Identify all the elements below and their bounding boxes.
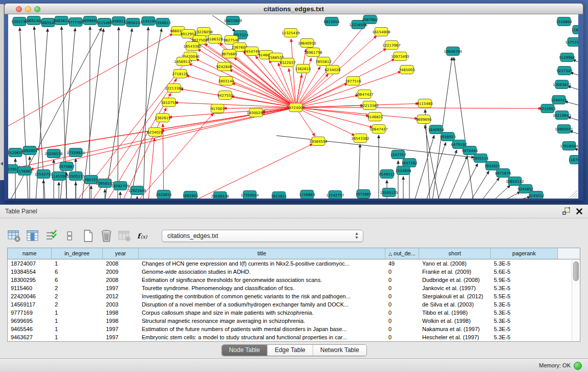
cell-pagerank[interactable]: 5.3E-5 (491, 259, 558, 268)
cell-title[interactable]: Investigating the contribution of common… (139, 292, 385, 300)
cell-year[interactable]: 1997 (103, 325, 139, 333)
cell-name[interactable]: 9777169 (8, 309, 52, 317)
graph-node[interactable]: 7485003 (399, 65, 415, 74)
citation-edge[interactable] (138, 113, 213, 199)
citation-edge[interactable] (493, 185, 510, 199)
splitter-collapse-icon[interactable] (1, 162, 3, 166)
cell-out_de[interactable]: 0 (385, 292, 419, 300)
float-panel-button[interactable] (562, 207, 571, 215)
graph-node[interactable]: 1510804 (556, 17, 572, 26)
cell-short[interactable]: Wolkin et al. (1998) (419, 317, 491, 325)
graph-node[interactable]: 1156863 (16, 167, 32, 176)
cell-short[interactable]: de Silva et al. (2003) (419, 300, 491, 309)
graph-node[interactable]: 9875685 (221, 50, 237, 58)
graph-node[interactable]: 1975887 (58, 162, 74, 171)
cell-short[interactable]: Tibbo et al. (1998) (419, 309, 491, 317)
citation-edge[interactable] (148, 138, 155, 199)
graph-node[interactable]: 18640910 (298, 39, 316, 48)
vertical-scrollbar[interactable] (572, 260, 579, 341)
graph-node[interactable]: 14569117 (174, 57, 192, 66)
table-row[interactable]: 2242004622012Investigating the contribut… (8, 292, 572, 300)
cell-in_degree[interactable]: 1 (52, 333, 103, 341)
cell-year[interactable]: 2012 (103, 292, 139, 300)
graph-node[interactable]: 6234028 (147, 128, 163, 137)
citation-edge[interactable] (425, 125, 439, 199)
citation-edge[interactable] (186, 75, 296, 107)
graph-node[interactable]: 10647427 (355, 90, 374, 99)
select-rows-button[interactable] (44, 229, 58, 243)
citation-edge[interactable] (296, 83, 347, 107)
graph-node[interactable]: 1362615 (155, 114, 170, 122)
graph-node[interactable]: 2803144 (218, 77, 234, 85)
graph-node[interactable]: 12142757 (34, 170, 53, 179)
cell-year[interactable]: 2008 (103, 259, 139, 268)
graph-node[interactable]: 9245012 (528, 191, 544, 199)
graph-node[interactable]: 1892801 (21, 146, 37, 155)
graph-node[interactable]: 9215953 (539, 104, 555, 113)
tab-edge-table[interactable]: Edge Table (268, 345, 313, 356)
graph-node[interactable]: 1167533 (568, 156, 578, 164)
citation-edge[interactable] (570, 131, 578, 136)
graph-node[interactable]: 1145194 (51, 172, 67, 181)
graph-node[interactable]: 13505135 (380, 188, 398, 197)
create-table-button[interactable] (81, 229, 95, 243)
graph-node[interactable]: 9115460 (417, 99, 432, 108)
graph-node[interactable]: 18724007 (287, 103, 305, 112)
table-row[interactable]: 1872400712008Changes of HCN gene express… (8, 259, 572, 268)
graph-node[interactable]: 1892801 (182, 191, 198, 199)
citation-edge[interactable] (296, 107, 355, 136)
cell-year[interactable]: 1997 (103, 333, 139, 341)
cell-title[interactable]: Embryonic stem cells: a model to study s… (139, 333, 385, 341)
cell-out_de[interactable]: 0 (385, 325, 419, 333)
cell-pagerank[interactable]: 5.9E-5 (491, 276, 558, 284)
cell-name[interactable]: 22420046 (8, 292, 52, 300)
cell-in_degree[interactable]: 2 (52, 292, 103, 300)
graph-node[interactable]: 18300295 (247, 108, 265, 117)
graph-node[interactable]: 16154808 (372, 28, 390, 36)
cell-in_degree[interactable]: 6 (52, 276, 103, 284)
cell-name[interactable]: 18724007 (8, 259, 52, 268)
graph-node[interactable]: 9474444 (462, 146, 478, 155)
cell-short[interactable]: Hescheler et al. (1997) (419, 333, 491, 341)
citation-edge[interactable] (296, 107, 418, 119)
cell-pagerank[interactable]: 5.6E-5 (491, 268, 558, 276)
column-header-pagerank[interactable]: pagerank (491, 248, 558, 259)
function-builder-button[interactable]: f (x) (136, 229, 150, 243)
graph-node[interactable]: 17359924 (67, 148, 85, 157)
graph-node[interactable]: 12213383 (165, 84, 183, 93)
cell-short[interactable]: Stergiakouli et al. (2012) (419, 292, 491, 300)
graph-node[interactable]: 9699695 (416, 115, 431, 124)
cell-name[interactable]: 19384554 (8, 268, 52, 276)
column-header-name[interactable]: name (8, 248, 52, 259)
graph-node[interactable]: 7855812 (315, 57, 331, 66)
citation-edge[interactable] (568, 86, 578, 91)
table-panel-header[interactable]: Table Panel (0, 205, 588, 218)
scrollbar-thumb[interactable] (573, 261, 579, 281)
citation-edge[interactable] (194, 144, 313, 199)
cell-out_de[interactable]: 49 (385, 259, 419, 268)
citation-edge[interactable] (504, 192, 520, 199)
cell-short[interactable]: Jankovic et al. (1997) (419, 284, 491, 292)
delete-table-button[interactable] (99, 229, 113, 243)
graph-node[interactable]: 10958107 (124, 18, 142, 27)
graph-node[interactable]: 20206536 (211, 192, 229, 199)
graph-node[interactable]: 12213967 (382, 41, 401, 50)
cell-name[interactable]: 18300295 (8, 276, 52, 284)
table-row[interactable]: 946362711997Embryonic stem cells: a mode… (8, 333, 572, 341)
graph-node[interactable]: 6234028 (324, 65, 340, 74)
cell-year[interactable]: 2009 (103, 268, 139, 276)
graph-node[interactable]: 8186328 (207, 35, 223, 43)
graph-node[interactable]: 8454749 (244, 47, 259, 56)
citation-edge[interactable] (189, 64, 296, 107)
citation-edge[interactable] (438, 150, 457, 199)
graph-node[interactable]: 16648784 (444, 47, 462, 56)
cell-name[interactable]: 14569117 (8, 300, 52, 309)
cell-title[interactable]: Tourette syndrome. Phenomenology and cla… (139, 284, 385, 292)
graph-node[interactable]: 917003 (211, 104, 225, 113)
table-row[interactable]: 977716911998Corpus callosum shape and si… (8, 309, 572, 317)
citation-edge[interactable] (175, 102, 296, 107)
graph-node[interactable]: 8549512 (379, 170, 395, 179)
cell-out_de[interactable]: 0 (385, 333, 419, 341)
graph-node[interactable]: 19384554 (309, 137, 328, 146)
graph-node[interactable]: 15992071 (555, 125, 573, 134)
